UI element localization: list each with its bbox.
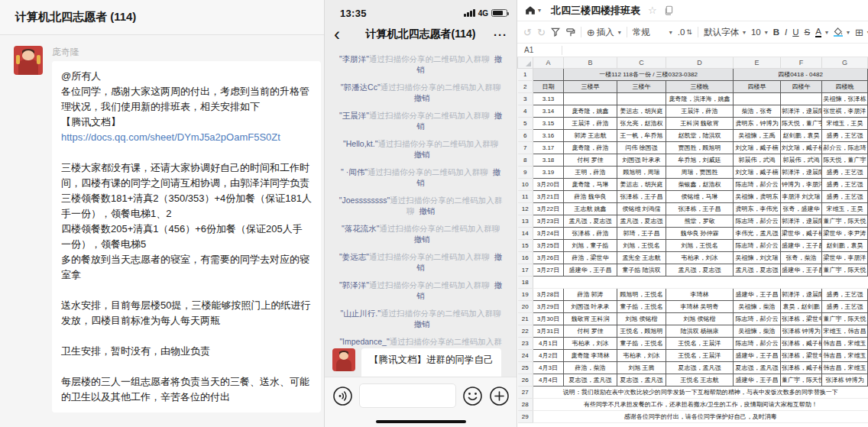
sheet-cell[interactable]: 顾旭明，王悦名: [617, 288, 666, 300]
sheet-cell[interactable]: 刘国强 叶承承: [617, 154, 666, 166]
sheet-cell[interactable]: 童子皓，王悦名: [617, 337, 666, 349]
underline-button[interactable]: U: [792, 27, 798, 37]
redo-icon[interactable]: ↻: [537, 27, 546, 38]
sheet-cell[interactable]: 3.17: [533, 141, 564, 154]
sheet-cell[interactable]: 陈志琦，郝介云: [734, 312, 781, 325]
sheet-cell[interactable]: 4月1日: [533, 337, 564, 349]
column-header[interactable]: B: [564, 57, 617, 68]
decimal-button[interactable]: .0 ⇅: [678, 27, 692, 37]
sheet-cell[interactable]: 郭泽洋，逯晨阳: [781, 288, 822, 300]
sheet-cell[interactable]: [564, 276, 617, 288]
sheet-cell[interactable]: [781, 276, 822, 288]
sheet-cell[interactable]: 郭涛 王志航: [564, 129, 617, 141]
sheet-cell[interactable]: 盛勇，王艺强: [822, 288, 868, 300]
sheet-cell[interactable]: 薛浩 魏华良: [564, 190, 617, 202]
sheet-cell[interactable]: 张泽栋 钟博为: [781, 325, 822, 337]
sheet-cell[interactable]: 童子皓，王悦名: [617, 300, 666, 312]
sheet-cell[interactable]: 姜运志，胡兴庭: [617, 178, 666, 190]
sheet-cell[interactable]: 韩吉昌，宋维玉: [822, 349, 868, 361]
sheet-cell[interactable]: 陈志琦，郝介云: [734, 337, 781, 349]
row-number[interactable]: 1: [518, 68, 533, 80]
row-number[interactable]: 26: [518, 374, 533, 386]
revoke-link[interactable]: 撤销: [419, 206, 435, 215]
sheet-cell[interactable]: [617, 276, 666, 288]
sheet-cell[interactable]: 陈天悦，董广宇: [822, 154, 868, 166]
row-number[interactable]: 6: [518, 129, 533, 141]
row-number[interactable]: 13: [518, 215, 533, 227]
sheet-cell[interactable]: 4月4日: [533, 374, 564, 386]
sheet-cell[interactable]: 董广宇，陈天悦: [781, 374, 822, 386]
sheet-cell[interactable]: 韦柏承，刘冰: [564, 337, 617, 349]
sheet-cell[interactable]: 熊堂，罗敬: [666, 215, 734, 227]
italic-button[interactable]: I: [785, 27, 787, 37]
voice-icon[interactable]: [332, 386, 353, 406]
sheet-cell[interactable]: 牟乔旭，刘威廷: [666, 154, 734, 166]
sheet-cell[interactable]: 吴祖慷，柴浩: [734, 325, 781, 337]
sheet-cell[interactable]: 赵凯堂，陆洪双: [666, 129, 734, 141]
sheet-cell[interactable]: 孟凡强，夏志强: [666, 264, 734, 276]
sheet-cell[interactable]: 刘文瑞，臧子楠: [734, 141, 781, 154]
row-number[interactable]: 24: [518, 349, 533, 361]
sheet-cell[interactable]: 钟博为，李朋洋: [781, 178, 822, 190]
row-number[interactable]: 4: [518, 105, 533, 117]
column-header[interactable]: D: [666, 57, 734, 68]
sheet-cell[interactable]: 郭晨伟，武鸿: [734, 154, 781, 166]
sheet-cell[interactable]: 吴祖慷，王禹: [734, 129, 781, 141]
row-number[interactable]: 19: [518, 288, 533, 300]
sheet-cell[interactable]: 董广宇，陈天悦: [822, 264, 868, 276]
borders-button[interactable]: ⊞ ▾: [855, 27, 868, 38]
sheet-cell[interactable]: 夏志强，孟凡强: [666, 361, 734, 374]
sheet-cell[interactable]: 陈天悦，董广宇: [781, 117, 822, 129]
sheet-cell[interactable]: 盛勇，王艺强: [822, 166, 868, 178]
sheet-cell[interactable]: 盛勇，王艺强: [822, 129, 868, 141]
sheet-cell[interactable]: 3月22日: [533, 202, 564, 215]
sheet-cell[interactable]: 张泽栋，梁世华: [781, 312, 822, 325]
sheet-cell[interactable]: 庞奇隆，姚鑫: [564, 105, 617, 117]
sheet-cell[interactable]: [533, 68, 564, 80]
sheet-cell[interactable]: 韦柏承，刘冰: [666, 251, 734, 264]
sheet-cell[interactable]: 韦柏承，刘冰: [617, 349, 666, 361]
sheet-cell[interactable]: [666, 276, 734, 288]
sheet-cell[interactable]: 李琦林: [666, 288, 734, 300]
sheet-cell[interactable]: 3月30日: [533, 312, 564, 325]
sheet-cell[interactable]: 3.18: [533, 154, 564, 166]
sheet-cell[interactable]: 王一帆，牟乔旭: [617, 129, 666, 141]
revoke-link[interactable]: 撤销: [414, 93, 430, 102]
sheet-cell[interactable]: 孟凡强，夏志强: [617, 215, 666, 227]
row-number[interactable]: 22: [518, 325, 533, 337]
sheet-cell[interactable]: 3月27日: [533, 264, 564, 276]
row-number[interactable]: 5: [518, 117, 533, 129]
sheet-cell[interactable]: 张世祺，李朋洋: [822, 105, 868, 117]
sheet-cell[interactable]: 张泽栋，臧子楠: [781, 337, 822, 349]
sheet-cell[interactable]: 宋维玉，王昊: [822, 202, 868, 215]
sheet-cell[interactable]: [781, 92, 822, 105]
row-number[interactable]: 28: [518, 398, 533, 410]
sheet-cell[interactable]: 袁昊，赵剑鹏: [781, 300, 822, 312]
sheet-cell[interactable]: 刘国强 叶承承: [564, 300, 617, 312]
sheet-cell[interactable]: 龚明东，钟博为: [734, 117, 781, 129]
field-header-cell[interactable]: 日期: [533, 80, 564, 92]
field-header-cell[interactable]: 三楼晚: [666, 80, 734, 92]
row-number[interactable]: 17: [518, 264, 533, 276]
column-header[interactable]: C: [617, 57, 666, 68]
sheet-cell[interactable]: 梁世华，李朋洋: [822, 251, 868, 264]
font-select[interactable]: 默认字体 ▾: [704, 27, 746, 38]
sheet-cell[interactable]: 刘文瑞，臧子楠: [781, 141, 822, 154]
merged-banner-cell[interactable]: 一楼112 118各一份 / 三楼0323-0382: [564, 68, 734, 80]
sheet-cell[interactable]: 盛建华，王子昌: [734, 349, 781, 361]
tencent-doc-link[interactable]: https://docs.qq.com/sheet/DYmJ5a2pOamF5S…: [61, 131, 280, 143]
format-painter-icon[interactable]: [565, 27, 575, 37]
column-header[interactable]: A: [533, 57, 564, 68]
column-header[interactable]: F: [781, 57, 822, 68]
revoke-link[interactable]: 撤销: [414, 150, 430, 159]
sheet-cell[interactable]: 张泽栋 钟博为: [822, 374, 868, 386]
sheet-cell[interactable]: [617, 92, 666, 105]
sheet-cell[interactable]: 4月2日: [533, 349, 564, 361]
sheet-cell[interactable]: 庞奇隆，洪泽海，姚鑫: [666, 92, 734, 105]
row-number[interactable]: 16: [518, 251, 533, 264]
sheet-cell[interactable]: 郭琦，王子昌: [617, 227, 666, 239]
sheet-cell[interactable]: 张允亮，赵浩权: [617, 117, 666, 129]
sheet-cell[interactable]: 李琦林 吴明奇: [666, 300, 734, 312]
field-header-cell[interactable]: 四楼晚: [822, 80, 868, 92]
sheet-cell[interactable]: 3月29日: [533, 300, 564, 312]
